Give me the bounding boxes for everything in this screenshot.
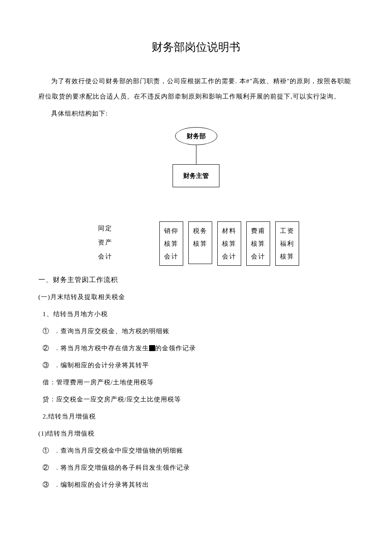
- box-line: 会计: [222, 250, 236, 263]
- box-line: 材料: [222, 224, 236, 237]
- diagram-root-node: 财务部: [175, 127, 217, 145]
- document-title: 财务部岗位说明书: [38, 38, 354, 56]
- item-2-step-1: ① . 查询当月应交税金中应交增值物的明细账: [43, 445, 354, 456]
- black-square-icon: [149, 345, 155, 351]
- item-1-debit: 借：管理费用一房产税/土地使用税等: [43, 377, 354, 387]
- item-2-step-3: ③ . 编制相应的会计分录将其转出: [43, 479, 354, 490]
- structure-label: 具体组枳结构如下:: [38, 108, 354, 119]
- org-box-fixed-assets: 同定 资产 会计: [94, 221, 117, 264]
- org-box-expense: 费甫 核算 会计: [246, 221, 270, 266]
- box-line: 同定: [98, 221, 112, 235]
- box-line: 工资: [280, 224, 294, 237]
- box-line: 福利: [280, 237, 294, 250]
- step-2-pre: ② . 将当月地方税中存在借方发生: [43, 345, 149, 352]
- diagram-child-node: 财务主管: [173, 164, 219, 187]
- box-line: 会计: [164, 250, 179, 263]
- item-1-step-3: ③ . 编制相应的会计分录将其转平: [43, 360, 354, 370]
- item-1-step-1: ① . 查询当月应交税金、地方税的明细账: [43, 326, 354, 336]
- item-2-title: 2,结转当月增值税: [43, 411, 354, 421]
- org-boxes-row: 同定 资产 会计 销仰 核算 会计 税务 核算 材料 核算 会计 费甫 核算 会…: [94, 221, 354, 266]
- org-box-sales: 销仰 核算 会计: [159, 221, 183, 266]
- intro-paragraph: 为了有效行使公司财务部的部门职责，公司应根据工作的需要. 本#"高效、精褂"的原…: [38, 73, 354, 104]
- box-line: 核算: [222, 237, 236, 250]
- org-box-salary: 工资 福利 核算: [275, 221, 299, 266]
- org-box-material: 材料 核算 会计: [217, 221, 241, 266]
- org-diagram: 财务部 财务主管: [38, 127, 354, 187]
- org-box-tax: 税务 核算: [188, 221, 212, 264]
- item-1-title: 1、结转当月地方小税: [43, 309, 354, 319]
- box-line: 核算: [280, 250, 294, 263]
- box-line: 会计: [251, 250, 265, 263]
- item-1-step-2: ② . 将当月地方税中存在借方发生的金领作记录: [43, 343, 354, 353]
- subsection-heading-1: (一)月末结转及提取相关税金: [38, 292, 354, 302]
- diagram-connector: [196, 145, 196, 164]
- item-2-step-2: ② . 将当月应交增值稳的各子科目发生领作记录: [43, 462, 354, 473]
- box-line: 销仰: [164, 224, 179, 237]
- box-line: 核算: [251, 237, 265, 250]
- item-1-credit: 贷：应交税金一应交房产税/应交土比使用税等: [43, 394, 354, 404]
- box-line: 费甫: [251, 224, 265, 237]
- box-line: 税务: [193, 224, 208, 237]
- step-2-post: 的金领作记录: [155, 345, 196, 352]
- box-line: 资产: [98, 235, 112, 250]
- box-line: 核算: [164, 237, 179, 250]
- box-line: 会计: [98, 250, 112, 264]
- box-line: 核算: [193, 237, 208, 250]
- section-heading-1: 一、财务主管囱工作流积: [38, 274, 354, 285]
- item-2-sub: (1)结转当月增值税: [38, 428, 354, 439]
